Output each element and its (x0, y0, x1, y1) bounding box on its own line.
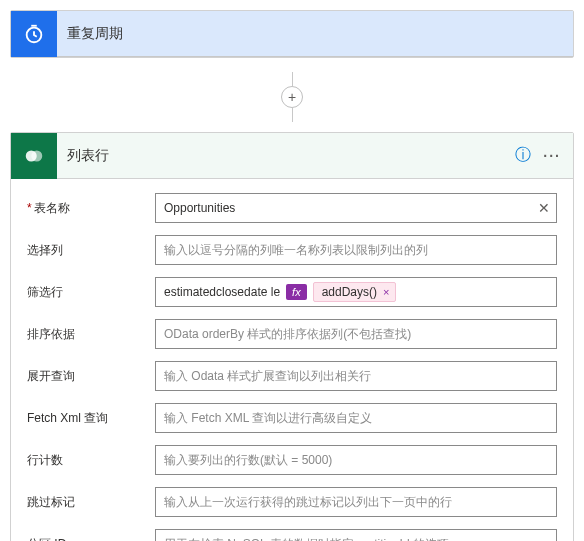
label-expand: 展开查询 (27, 368, 155, 385)
label-skip-token: 跳过标记 (27, 494, 155, 511)
clear-table-name-icon[interactable]: ✕ (538, 200, 550, 216)
input-select-columns[interactable]: 输入以逗号分隔的列唯一名称列表以限制列出的列 (155, 235, 557, 265)
help-icon[interactable]: ⓘ (515, 145, 531, 166)
action-menu-button[interactable]: ··· (543, 148, 561, 164)
value-table-name: Opportunities (164, 201, 235, 215)
input-table-name[interactable]: Opportunities ✕ (155, 193, 557, 223)
connector-line-bottom (292, 108, 293, 122)
expression-token-remove-icon[interactable]: × (383, 286, 389, 298)
expression-token-label: addDays() (322, 285, 377, 299)
label-fetch-xml: Fetch Xml 查询 (27, 410, 155, 427)
connector: + (10, 66, 574, 132)
label-row-count: 行计数 (27, 452, 155, 469)
fx-icon: fx (286, 284, 307, 300)
trigger-header[interactable]: 重复周期 (11, 11, 573, 57)
label-order-by: 排序依据 (27, 326, 155, 343)
row-expand: 展开查询 输入 Odata 样式扩展查询以列出相关行 (27, 361, 557, 391)
row-row-count: 行计数 输入要列出的行数(默认 = 5000) (27, 445, 557, 475)
input-skip-token[interactable]: 输入从上一次运行获得的跳过标记以列出下一页中的行 (155, 487, 557, 517)
label-select-columns: 选择列 (27, 242, 155, 259)
svg-point-2 (31, 150, 42, 161)
input-partition-id[interactable]: 用于在检索 NoSQL 表的数据时指定 partitionId 的选项 (155, 529, 557, 541)
input-filter-rows[interactable]: estimatedclosedate le fx addDays() × (155, 277, 557, 307)
row-skip-token: 跳过标记 输入从上一次运行获得的跳过标记以列出下一页中的行 (27, 487, 557, 517)
label-partition-id: 分区 ID (27, 536, 155, 542)
action-body: 表名称 Opportunities ✕ 选择列 输入以逗号分隔的列唯一名称列表以… (11, 179, 573, 541)
row-filter-rows: 筛选行 estimatedclosedate le fx addDays() × (27, 277, 557, 307)
row-fetch-xml: Fetch Xml 查询 输入 Fetch XML 查询以进行高级自定义 (27, 403, 557, 433)
label-filter-rows: 筛选行 (27, 284, 155, 301)
clock-icon (11, 11, 57, 57)
filter-prefix-text: estimatedclosedate le (164, 285, 280, 299)
input-fetch-xml[interactable]: 输入 Fetch XML 查询以进行高级自定义 (155, 403, 557, 433)
label-table-name: 表名称 (27, 200, 155, 217)
input-expand[interactable]: 输入 Odata 样式扩展查询以列出相关行 (155, 361, 557, 391)
input-order-by[interactable]: OData orderBy 样式的排序依据列(不包括查找) (155, 319, 557, 349)
connector-line-top (292, 72, 293, 86)
trigger-card: 重复周期 (10, 10, 574, 58)
row-table-name: 表名称 Opportunities ✕ (27, 193, 557, 223)
dataverse-icon (11, 133, 57, 179)
row-select-columns: 选择列 输入以逗号分隔的列唯一名称列表以限制列出的列 (27, 235, 557, 265)
action-header-actions: ⓘ ··· (515, 145, 573, 166)
action-header[interactable]: 列表行 ⓘ ··· (11, 133, 573, 179)
row-partition-id: 分区 ID 用于在检索 NoSQL 表的数据时指定 partitionId 的选… (27, 529, 557, 541)
input-row-count[interactable]: 输入要列出的行数(默认 = 5000) (155, 445, 557, 475)
row-order-by: 排序依据 OData orderBy 样式的排序依据列(不包括查找) (27, 319, 557, 349)
add-step-button[interactable]: + (281, 86, 303, 108)
expression-token[interactable]: addDays() × (313, 282, 397, 302)
action-card: 列表行 ⓘ ··· 表名称 Opportunities ✕ 选择列 输入以逗号分… (10, 132, 574, 541)
trigger-title: 重复周期 (57, 25, 573, 43)
action-title: 列表行 (57, 147, 515, 165)
